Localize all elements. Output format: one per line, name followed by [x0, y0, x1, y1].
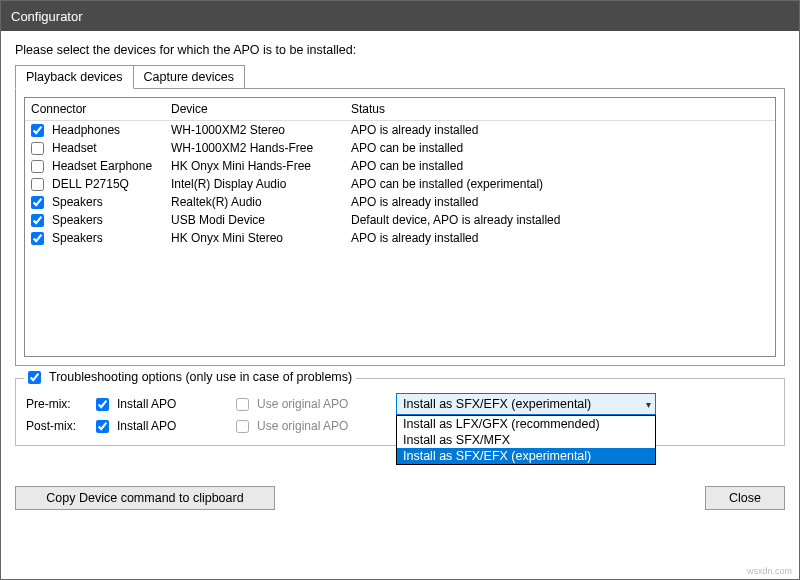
premix-install-apo-checkbox[interactable] — [96, 398, 109, 411]
device-connector: DELL P2715Q — [52, 177, 129, 191]
device-checkbox[interactable] — [31, 142, 44, 155]
device-connector: Speakers — [52, 231, 103, 245]
premix-install-apo-label: Install APO — [117, 397, 176, 411]
dropdown-option-sfxmfx[interactable]: Install as SFX/MFX — [397, 432, 655, 448]
device-checkbox[interactable] — [31, 124, 44, 137]
premix-label: Pre-mix: — [26, 397, 96, 411]
troubleshoot-legend-text: Troubleshooting options (only use in cas… — [49, 370, 352, 384]
troubleshoot-group: Troubleshooting options (only use in cas… — [15, 378, 785, 446]
column-device[interactable]: Device — [171, 102, 351, 116]
close-button[interactable]: Close — [705, 486, 785, 510]
device-name: Realtek(R) Audio — [171, 195, 351, 209]
chevron-down-icon: ▾ — [646, 399, 651, 410]
postmix-install-apo-label: Install APO — [117, 419, 176, 433]
premix-mode-dropdown: Install as LFX/GFX (recommended) Install… — [396, 415, 656, 465]
premix-use-original-label: Use original APO — [257, 397, 348, 411]
device-checkbox[interactable] — [31, 232, 44, 245]
tab-capture[interactable]: Capture devices — [133, 65, 245, 89]
table-row[interactable]: HeadsetWH-1000XM2 Hands-FreeAPO can be i… — [25, 139, 775, 157]
postmix-install-apo-checkbox[interactable] — [96, 420, 109, 433]
table-row[interactable]: SpeakersHK Onyx Mini StereoAPO is alread… — [25, 229, 775, 247]
device-status: APO can be installed — [351, 159, 769, 173]
device-checkbox[interactable] — [31, 214, 44, 227]
device-name: WH-1000XM2 Stereo — [171, 123, 351, 137]
table-row[interactable]: DELL P2715QIntel(R) Display AudioAPO can… — [25, 175, 775, 193]
device-name: Intel(R) Display Audio — [171, 177, 351, 191]
device-checkbox[interactable] — [31, 160, 44, 173]
table-row[interactable]: SpeakersRealtek(R) AudioAPO is already i… — [25, 193, 775, 211]
device-connector: Headphones — [52, 123, 120, 137]
dropdown-option-lfxgfx[interactable]: Install as LFX/GFX (recommended) — [397, 416, 655, 432]
premix-mode-combo-value: Install as SFX/EFX (experimental) — [403, 397, 591, 411]
device-connector: Headset — [52, 141, 97, 155]
device-list[interactable]: Connector Device Status HeadphonesWH-100… — [24, 97, 776, 357]
device-status: Default device, APO is already installed — [351, 213, 769, 227]
premix-use-original-checkbox — [236, 398, 249, 411]
window-title: Configurator — [11, 9, 83, 24]
device-connector: Speakers — [52, 195, 103, 209]
postmix-use-original-label: Use original APO — [257, 419, 348, 433]
table-row[interactable]: SpeakersUSB Modi DeviceDefault device, A… — [25, 211, 775, 229]
column-status[interactable]: Status — [351, 102, 769, 116]
dropdown-option-sfxefx[interactable]: Install as SFX/EFX (experimental) — [397, 448, 655, 464]
device-name: HK Onyx Mini Stereo — [171, 231, 351, 245]
device-checkbox[interactable] — [31, 178, 44, 191]
tab-panel-playback: Connector Device Status HeadphonesWH-100… — [15, 88, 785, 366]
device-connector: Headset Earphone — [52, 159, 152, 173]
column-connector[interactable]: Connector — [31, 102, 171, 116]
instruction-text: Please select the devices for which the … — [15, 43, 785, 57]
tab-strip: Playback devices Capture devices — [15, 65, 785, 89]
device-status: APO is already installed — [351, 195, 769, 209]
window-titlebar: Configurator — [1, 1, 799, 31]
table-row[interactable]: Headset EarphoneHK Onyx Mini Hands-FreeA… — [25, 157, 775, 175]
content-area: Please select the devices for which the … — [1, 31, 799, 520]
postmix-label: Post-mix: — [26, 419, 96, 433]
device-status: APO can be installed — [351, 141, 769, 155]
device-name: HK Onyx Mini Hands-Free — [171, 159, 351, 173]
copy-command-button[interactable]: Copy Device command to clipboard — [15, 486, 275, 510]
device-status: APO is already installed — [351, 231, 769, 245]
device-name: USB Modi Device — [171, 213, 351, 227]
watermark: wsxdn.com — [747, 566, 792, 576]
device-status: APO is already installed — [351, 123, 769, 137]
table-row[interactable]: HeadphonesWH-1000XM2 StereoAPO is alread… — [25, 121, 775, 139]
postmix-use-original-checkbox — [236, 420, 249, 433]
device-list-header: Connector Device Status — [25, 98, 775, 121]
troubleshoot-checkbox[interactable] — [28, 371, 41, 384]
premix-mode-combo[interactable]: Install as SFX/EFX (experimental) ▾ — [396, 393, 656, 415]
premix-row: Pre-mix: Install APO Use original APO In… — [26, 393, 774, 415]
troubleshoot-legend: Troubleshooting options (only use in cas… — [24, 370, 356, 384]
device-name: WH-1000XM2 Hands-Free — [171, 141, 351, 155]
tab-playback[interactable]: Playback devices — [15, 65, 134, 89]
device-checkbox[interactable] — [31, 196, 44, 209]
device-connector: Speakers — [52, 213, 103, 227]
device-status: APO can be installed (experimental) — [351, 177, 769, 191]
footer-buttons: Copy Device command to clipboard Close — [15, 486, 785, 510]
